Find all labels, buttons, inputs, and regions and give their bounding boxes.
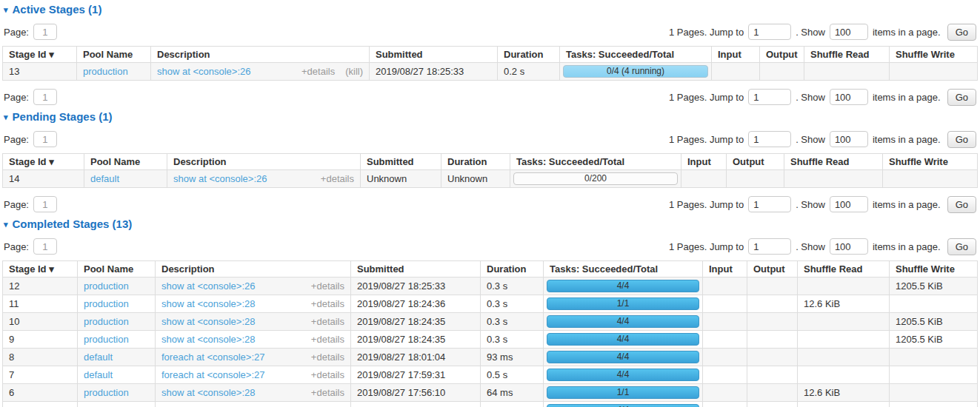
cell-pool-name: production [78,278,156,295]
page-selector: Page: [4,89,57,105]
col-header-description[interactable]: Description [151,47,370,63]
col-header-shuffle-write[interactable]: Shuffle Write [890,261,978,278]
cell-shuffle-read: 12.6 KiB [798,295,890,313]
go-button[interactable]: Go [947,196,976,213]
go-button[interactable]: Go [947,238,976,255]
description-link[interactable]: show at <console>:28 [161,316,301,327]
col-header-input[interactable]: Input [681,154,727,170]
details-toggle[interactable]: +details [311,387,344,398]
description-link[interactable]: show at <console>:28 [161,334,301,345]
pool-name-link[interactable]: production [84,298,129,309]
pool-name-link[interactable]: default [90,173,119,184]
kill-link[interactable]: (kill) [345,66,363,77]
pool-name-link[interactable]: production [84,280,129,292]
stage-row: 9 production show at <console>:28 +detai… [3,331,978,349]
pool-name-link[interactable]: production [84,387,129,398]
cell-duration: 0.3 s [481,313,544,331]
pages-jump-text: 1 Pages. Jump to [669,241,744,252]
description-link[interactable]: show at <console>:28 [161,387,301,398]
details-toggle[interactable]: +details [321,173,354,184]
description-link[interactable]: show at <console>:26 [173,173,310,184]
col-header-duration[interactable]: Duration [498,47,560,63]
details-toggle[interactable]: +details [301,66,335,77]
page-number-input[interactable] [33,89,57,105]
details-toggle[interactable]: +details [311,352,344,363]
description-link[interactable]: show at <console>:26 [157,66,291,77]
pool-name-link[interactable]: default [84,369,113,380]
show-count-input[interactable] [830,24,868,40]
col-header-pool-name[interactable]: Pool Name [77,47,151,63]
details-toggle[interactable]: +details [311,316,344,327]
col-header-output[interactable]: Output [747,261,798,278]
col-header-output[interactable]: Output [727,154,784,170]
jump-to-input[interactable] [748,24,791,40]
col-header-description[interactable]: Description [156,261,351,278]
pagination-bar: Page: 1 Pages. Jump to . Show items in a… [4,22,976,41]
pool-name-link[interactable]: production [83,66,128,77]
description-link[interactable]: foreach at <console>:27 [161,369,301,380]
section-title[interactable]: ▾ Active Stages (1) [4,4,978,16]
col-header-duration[interactable]: Duration [481,261,544,278]
go-button[interactable]: Go [947,131,976,148]
col-header-shuffle-read[interactable]: Shuffle Read [784,154,883,170]
col-header-duration[interactable]: Duration [441,154,510,170]
pool-name-link[interactable]: default [84,352,113,363]
cell-duration: 0.2 s [498,63,560,81]
details-toggle[interactable]: +details [311,280,344,292]
col-header-tasks[interactable]: Tasks: Succeeded/Total [510,154,681,170]
col-header-tasks[interactable]: Tasks: Succeeded/Total [560,47,712,63]
col-header-input[interactable]: Input [703,261,747,278]
col-header-shuffle-write[interactable]: Shuffle Write [890,47,978,63]
page-number-input[interactable] [33,238,57,255]
col-header-submitted[interactable]: Submitted [351,261,481,278]
details-toggle[interactable]: +details [311,369,344,380]
details-toggle[interactable]: +details [311,334,344,345]
jump-to-input[interactable] [748,131,791,147]
pool-name-link[interactable]: production [84,334,129,345]
description-link[interactable]: show at <console>:28 [161,298,301,309]
tasks-progress-bar: 4/4 [547,280,699,292]
page-number-input[interactable] [33,24,57,40]
section-title[interactable]: ▾ Pending Stages (1) [4,111,978,123]
cell-description: foreach at <console>:27 +details [156,366,351,384]
cell-tasks: 0/4 (4 running) [560,63,712,81]
col-header-tasks[interactable]: Tasks: Succeeded/Total [544,261,703,278]
col-header-submitted[interactable]: Submitted [361,154,441,170]
cell-output [747,402,798,407]
col-header-description[interactable]: Description [167,154,361,170]
description-link[interactable]: foreach at <console>:27 [161,352,301,363]
show-count-input[interactable] [830,89,868,105]
pool-name-link[interactable]: production [84,316,129,327]
col-header-shuffle-read[interactable]: Shuffle Read [804,47,890,63]
details-toggle[interactable]: +details [311,298,344,309]
section-title[interactable]: ▾ Completed Stages (13) [4,218,978,230]
go-button[interactable]: Go [947,89,976,106]
col-header-output[interactable]: Output [760,47,804,63]
show-count-input[interactable] [830,131,868,147]
col-header-submitted[interactable]: Submitted [370,47,498,63]
stage-row: 12 production show at <console>:26 +deta… [3,278,978,295]
cell-output [747,331,798,349]
cell-submitted: 2019/08/27 17:56:10 [351,384,481,402]
pagination-bar: Page: 1 Pages. Jump to . Show items in a… [4,237,976,256]
page-number-input[interactable] [33,196,57,212]
show-count-input[interactable] [830,196,868,212]
col-header-pool-name[interactable]: Pool Name [84,154,167,170]
jump-to-input[interactable] [748,196,791,212]
col-header-input[interactable]: Input [712,47,760,63]
description-link[interactable]: show at <console>:26 [161,280,301,292]
col-header-stage-id[interactable]: Stage Id ▾ [3,261,78,278]
jump-to-input[interactable] [748,238,791,255]
page-number-input[interactable] [33,131,57,147]
go-button[interactable]: Go [947,24,976,41]
show-count-input[interactable] [830,238,868,255]
col-header-shuffle-read[interactable]: Shuffle Read [798,261,890,278]
jump-to-input[interactable] [748,89,791,105]
col-header-stage-id[interactable]: Stage Id ▾ [3,154,84,170]
col-header-shuffle-write[interactable]: Shuffle Write [883,154,978,170]
col-header-stage-id[interactable]: Stage Id ▾ [3,47,77,63]
col-header-pool-name[interactable]: Pool Name [78,261,156,278]
items-text: items in a page. [873,199,941,210]
cell-submitted: 2019/08/27 17:56:10 [351,402,481,407]
cell-shuffle-write [890,366,978,384]
